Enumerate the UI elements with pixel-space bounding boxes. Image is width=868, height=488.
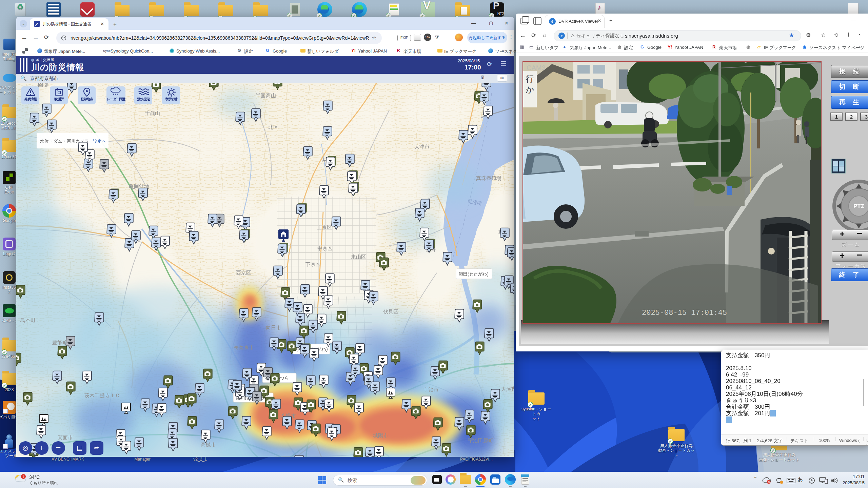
svg-text:CAM3: CAM3: [527, 64, 546, 72]
svg-text:箕面市: 箕面市: [58, 434, 73, 440]
svg-text:PTZ: PTZ: [853, 203, 864, 209]
svg-text:茨木千提寺ＩＣ: 茨木千提寺ＩＣ: [84, 392, 120, 398]
svg-text:9: 9: [22, 475, 24, 479]
svg-text:中京区: 中京区: [317, 245, 333, 251]
svg-text:向日市: 向日市: [266, 325, 281, 330]
svg-text:大津市: 大津市: [414, 144, 430, 149]
svg-text:設定へ: 設定へ: [93, 139, 106, 144]
svg-text:大津市: 大津市: [501, 386, 514, 392]
svg-text:千歳山: 千歳山: [145, 110, 160, 116]
svg-text:2025-08-15 17:01:45: 2025-08-15 17:01:45: [642, 309, 727, 317]
svg-text:行: 行: [526, 74, 534, 83]
svg-text:上京区: 上京区: [317, 224, 332, 230]
svg-text:園部: 園部: [38, 83, 48, 87]
svg-text:豊能町: 豊能町: [52, 340, 67, 345]
svg-text:真珠養殖場: 真珠養殖場: [476, 175, 501, 181]
svg-text:瀬田(せたがわ): 瀬田(せたがわ): [459, 271, 489, 277]
svg-text:下京区: 下京区: [305, 261, 321, 267]
svg-text:北区: 北区: [268, 124, 278, 130]
svg-text:城陽市: 城陽市: [373, 432, 388, 438]
svg-text:西京区: 西京区: [236, 270, 251, 276]
svg-text:宇治市: 宇治市: [423, 387, 439, 392]
svg-text:か: か: [526, 85, 534, 94]
svg-text:高槻市: 高槻市: [201, 442, 216, 447]
svg-text:伏見区: 伏見区: [383, 309, 398, 314]
svg-text:東山区: 東山区: [351, 254, 366, 260]
svg-text:宇治田原町: 宇治田原町: [468, 438, 493, 443]
svg-text:島本町: 島本町: [20, 317, 36, 323]
svg-text:長岡京市: 長岡京市: [234, 344, 254, 350]
svg-text:半国高山: 半国高山: [256, 93, 276, 98]
